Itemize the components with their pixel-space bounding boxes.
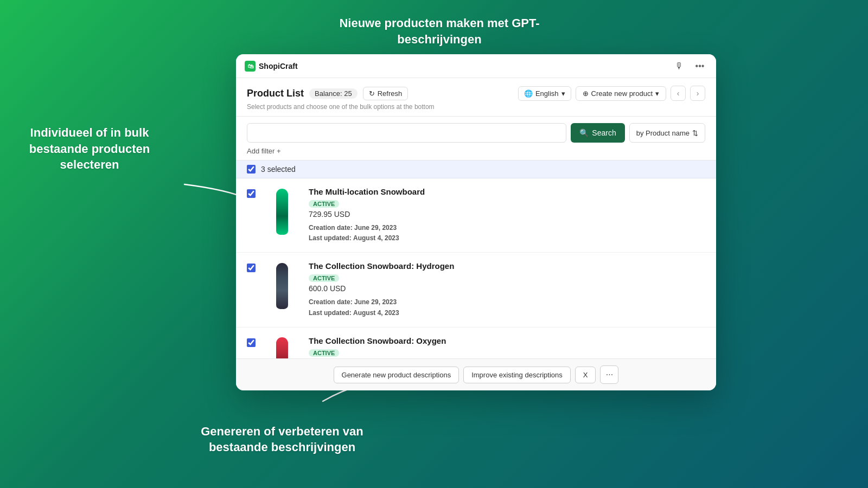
header-area: Product List Balance: 25 ↻ Refresh 🌐 Eng…	[236, 78, 716, 117]
refresh-button[interactable]: ↻ Refresh	[363, 87, 409, 100]
bulk-select-bar: 3 selected	[236, 160, 716, 178]
chevron-down-icon-2: ▾	[655, 89, 659, 98]
product-checkbox-1[interactable]	[247, 189, 256, 198]
product-info-3: The Collection Snowboard: Oxygen ACTIVE …	[309, 336, 705, 358]
list-item: The Collection Snowboard: Hydrogen ACTIV…	[236, 253, 716, 327]
search-button[interactable]: 🔍 Search	[571, 123, 624, 143]
header-subtitle: Select products and choose one of the bu…	[247, 103, 705, 111]
title-bar-actions: 🎙 •••	[672, 59, 707, 74]
search-label: Search	[592, 129, 616, 137]
product-info-2: The Collection Snowboard: Hydrogen ACTIV…	[309, 261, 705, 318]
annotation-top: Nieuwe producten maken met GPT-beschrijv…	[336, 15, 542, 47]
product-info-1: The Multi-location Snowboard ACTIVE 729.…	[309, 187, 705, 243]
mic-button[interactable]: 🎙	[672, 59, 687, 74]
more-options-button[interactable]: ···	[600, 365, 618, 384]
chevron-left-icon: ‹	[677, 89, 680, 98]
logo-icon: 🛍	[245, 61, 256, 72]
refresh-icon: ↻	[369, 89, 375, 98]
product-name-1: The Multi-location Snowboard	[309, 187, 705, 196]
snowboard-dark-icon	[276, 263, 288, 309]
snowboard-red-icon	[276, 337, 288, 358]
creation-label-2: Creation date:	[309, 298, 353, 306]
refresh-label: Refresh	[378, 89, 403, 98]
product-status-2: ACTIVE	[309, 274, 339, 282]
sort-label: by Product name	[636, 129, 690, 137]
add-filter-button[interactable]: Add filter +	[247, 147, 281, 155]
language-label: English	[535, 89, 559, 98]
chevron-right-icon: ›	[697, 89, 699, 98]
language-button[interactable]: 🌐 English ▾	[518, 86, 571, 101]
product-price-2: 600.0 USD	[309, 284, 705, 293]
product-name-2: The Collection Snowboard: Hydrogen	[309, 261, 705, 271]
bulk-checkbox[interactable]	[247, 165, 256, 174]
product-image-2	[263, 261, 301, 310]
product-status-3: ACTIVE	[309, 349, 339, 357]
product-image-3	[263, 336, 301, 358]
product-meta-2: Creation date: June 29, 2023 Last update…	[309, 297, 705, 318]
more-button[interactable]: •••	[692, 59, 707, 74]
improve-descriptions-button[interactable]: Improve existing descriptions	[463, 367, 571, 383]
annotation-bottom: Genereren of verbeteren van bestaande be…	[179, 423, 385, 455]
sort-button[interactable]: by Product name ⇅	[629, 123, 705, 143]
search-row: 🔍 Search by Product name ⇅	[247, 123, 705, 143]
more-icon: ···	[606, 370, 613, 380]
app-logo: 🛍 ShopiCraft	[245, 61, 298, 72]
title-bar: 🛍 ShopiCraft 🎙 •••	[236, 54, 716, 78]
search-icon: 🔍	[579, 129, 589, 137]
list-item: The Collection Snowboard: Oxygen ACTIVE …	[236, 328, 716, 358]
selected-count: 3 selected	[261, 165, 296, 174]
nav-next-button[interactable]: ›	[690, 86, 705, 101]
sort-chevron-icon: ⇅	[692, 129, 698, 137]
page-title: Product List	[247, 88, 304, 99]
list-item: The Multi-location Snowboard ACTIVE 729.…	[236, 178, 716, 253]
updated-label-2: Last updated:	[309, 309, 352, 317]
annotation-left: Individueel of in bulk bestaande product…	[16, 125, 163, 173]
updated-label-1: Last updated:	[309, 234, 352, 242]
app-title: ShopiCraft	[259, 62, 298, 70]
close-button[interactable]: X	[575, 367, 596, 383]
product-list: The Multi-location Snowboard ACTIVE 729.…	[236, 178, 716, 358]
nav-prev-button[interactable]: ‹	[671, 86, 686, 101]
product-status-1: ACTIVE	[309, 200, 339, 208]
add-filter-row: Add filter +	[247, 146, 705, 156]
product-price-1: 729.95 USD	[309, 210, 705, 219]
chevron-down-icon: ▾	[561, 89, 565, 98]
create-label: Create new product	[591, 89, 653, 98]
create-icon: ⊕	[583, 89, 589, 98]
globe-icon: 🌐	[524, 89, 533, 98]
generate-descriptions-button[interactable]: Generate new product descriptions	[334, 367, 459, 383]
product-image-1	[263, 187, 301, 236]
app-window: 🛍 ShopiCraft 🎙 ••• Product List Balance:…	[236, 54, 716, 390]
creation-label-1: Creation date:	[309, 224, 353, 232]
search-input[interactable]	[247, 123, 566, 143]
balance-badge: Balance: 25	[309, 88, 358, 99]
create-product-button[interactable]: ⊕ Create new product ▾	[576, 86, 666, 101]
snowboard-green-icon	[276, 189, 288, 235]
bottom-bar: Generate new product descriptions Improv…	[236, 358, 716, 390]
header-right-actions: 🌐 English ▾ ⊕ Create new product ▾ ‹ ›	[518, 86, 705, 101]
product-name-3: The Collection Snowboard: Oxygen	[309, 336, 705, 345]
header-row: Product List Balance: 25 ↻ Refresh 🌐 Eng…	[247, 86, 705, 101]
product-checkbox-2[interactable]	[247, 264, 256, 272]
product-meta-1: Creation date: June 29, 2023 Last update…	[309, 223, 705, 243]
search-area: 🔍 Search by Product name ⇅ Add filter +	[236, 117, 716, 160]
product-checkbox-3[interactable]	[247, 338, 256, 347]
